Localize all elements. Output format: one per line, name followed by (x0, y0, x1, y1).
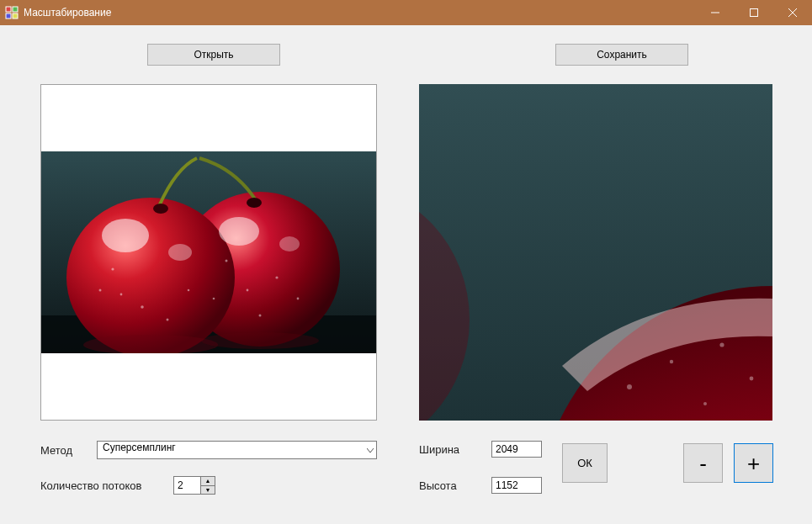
title-bar: Масштабирование (0, 0, 812, 25)
threads-spinner: ▲ ▼ (173, 476, 215, 495)
svg-point-29 (213, 298, 215, 300)
method-label: Метод (40, 444, 72, 457)
svg-point-21 (167, 319, 169, 321)
svg-point-16 (153, 204, 168, 214)
svg-point-36 (670, 360, 673, 363)
svg-rect-1 (13, 7, 18, 12)
svg-point-31 (201, 332, 319, 349)
svg-point-35 (627, 384, 632, 389)
threads-spin-up[interactable]: ▲ (200, 476, 215, 485)
svg-point-11 (66, 198, 235, 353)
svg-rect-2 (6, 13, 11, 19)
threads-input[interactable] (173, 476, 200, 495)
zoom-in-button[interactable]: + (734, 443, 773, 483)
client-area: Открыть Сохранить (0, 25, 812, 524)
threads-label: Количество потоков (40, 479, 167, 492)
svg-point-24 (226, 260, 228, 262)
result-image-box (419, 84, 772, 421)
method-combo-value: Суперсемплинг (103, 442, 176, 453)
threads-spin-down[interactable]: ▼ (200, 485, 215, 495)
width-label: Ширина (419, 443, 459, 456)
result-image (419, 84, 772, 421)
maximize-button[interactable] (735, 0, 773, 25)
height-input[interactable] (491, 477, 542, 494)
svg-point-39 (703, 402, 707, 405)
svg-point-27 (297, 298, 300, 300)
svg-point-15 (279, 236, 300, 251)
svg-point-25 (247, 289, 249, 292)
svg-point-23 (99, 289, 102, 292)
svg-point-26 (275, 276, 278, 278)
zoom-out-button[interactable]: - (683, 443, 723, 483)
svg-point-14 (219, 217, 259, 246)
ok-button[interactable]: ОК (562, 443, 608, 483)
svg-point-22 (188, 289, 190, 292)
source-image-box (40, 84, 377, 421)
method-combo[interactable]: Суперсемплинг (97, 441, 377, 459)
svg-rect-0 (6, 7, 11, 12)
svg-point-12 (102, 219, 149, 252)
save-button[interactable]: Сохранить (555, 44, 688, 66)
open-button[interactable]: Открыть (147, 44, 280, 66)
minimize-button[interactable] (696, 0, 735, 25)
svg-rect-3 (13, 13, 18, 19)
width-input[interactable] (491, 441, 542, 458)
source-image (41, 151, 376, 353)
chevron-down-icon (367, 444, 374, 456)
svg-rect-5 (751, 9, 758, 17)
svg-point-37 (719, 342, 724, 347)
svg-point-18 (111, 267, 114, 270)
app-icon (5, 6, 19, 19)
svg-point-38 (750, 377, 754, 381)
svg-point-20 (141, 305, 144, 309)
window-title: Масштабирование (24, 7, 111, 19)
svg-point-13 (168, 244, 192, 261)
svg-point-17 (247, 198, 262, 208)
svg-point-28 (259, 315, 262, 317)
svg-point-19 (120, 294, 123, 296)
height-label: Высота (419, 479, 457, 492)
close-button[interactable] (773, 0, 812, 25)
